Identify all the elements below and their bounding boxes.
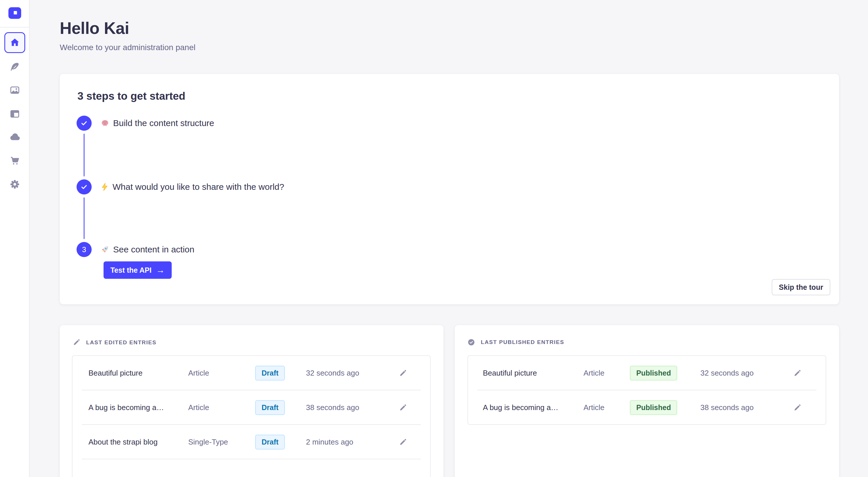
skip-tour-button[interactable]: Skip the tour xyxy=(772,279,830,295)
entry-time: 32 seconds ago xyxy=(701,369,791,378)
last-published-card: LAST PUBLISHED ENTRIES Beautiful picture… xyxy=(455,325,839,477)
home-icon xyxy=(9,37,20,48)
status-badge: Draft xyxy=(255,435,285,449)
last-edited-table: Beautiful picture Article Draft 32 secon… xyxy=(72,355,431,477)
strapi-logo[interactable] xyxy=(8,7,21,19)
entry-time: 2 minutes ago xyxy=(306,438,397,447)
entry-time: 38 seconds ago xyxy=(306,403,397,412)
sidebar-item-settings[interactable] xyxy=(8,178,21,191)
test-api-button[interactable]: Test the API → xyxy=(103,262,172,279)
sidebar-item-cloud[interactable] xyxy=(8,131,21,144)
last-published-table: Beautiful picture Article Published 32 s… xyxy=(467,355,826,425)
step-2-label-row: What would you like to share with the wo… xyxy=(100,179,284,195)
table-row[interactable]: A bug is becoming a… Article Published 3… xyxy=(468,390,826,425)
entry-name: Beautiful picture xyxy=(483,369,584,378)
pencil-icon xyxy=(72,339,80,346)
sidebar-item-marketplace[interactable] xyxy=(8,155,21,167)
step-3-label[interactable]: See content in action xyxy=(113,245,194,254)
edit-entry-button[interactable] xyxy=(791,401,804,414)
last-published-header: LAST PUBLISHED ENTRIES xyxy=(467,339,564,346)
edit-entry-button[interactable] xyxy=(397,436,409,449)
entry-type: Article xyxy=(188,403,255,412)
last-edited-title: LAST EDITED ENTRIES xyxy=(86,339,157,346)
edit-entry-button[interactable] xyxy=(791,367,804,380)
status-badge: Draft xyxy=(255,366,285,380)
step-3-label-row: See content in action xyxy=(100,242,194,257)
rocket-icon xyxy=(100,245,110,254)
status-badge: Draft xyxy=(255,400,285,415)
brain-icon xyxy=(100,118,110,128)
last-edited-card: LAST EDITED ENTRIES Beautiful picture Ar… xyxy=(60,325,443,477)
check-circle-icon xyxy=(467,339,475,346)
pencil-icon xyxy=(399,369,407,377)
table-row[interactable]: Beautiful picture Article Draft 32 secon… xyxy=(72,356,430,390)
status-badge: Published xyxy=(630,400,677,415)
step-1-label[interactable]: Build the content structure xyxy=(113,118,214,128)
table-row[interactable]: About the strapi blog Single-Type Draft … xyxy=(72,425,430,459)
arrow-right-icon: → xyxy=(156,266,165,274)
onboarding-title: 3 steps to get started xyxy=(78,90,185,102)
pencil-icon xyxy=(399,438,407,446)
pencil-icon xyxy=(793,369,801,377)
entry-type: Article xyxy=(584,369,630,378)
cart-icon xyxy=(9,155,20,166)
edit-entry-button[interactable] xyxy=(397,367,409,380)
page-title: Hello Kai xyxy=(60,19,129,38)
entry-type: Article xyxy=(188,369,255,378)
pencil-icon xyxy=(793,404,801,412)
check-icon xyxy=(80,183,88,191)
status-badge: Published xyxy=(630,366,677,380)
table-row[interactable]: Beautiful picture Article Published 32 s… xyxy=(468,356,826,390)
entry-time: 38 seconds ago xyxy=(701,403,791,412)
step-connector-2 xyxy=(84,197,85,239)
sidebar-item-home[interactable] xyxy=(4,32,25,53)
sidebar-divider xyxy=(0,27,30,28)
onboarding-card: 3 steps to get started Build the content… xyxy=(60,74,839,304)
sidebar-item-content-manager[interactable] xyxy=(8,61,21,73)
table-row-clipped xyxy=(72,459,430,477)
edit-entry-button[interactable] xyxy=(397,401,409,414)
table-row[interactable]: A bug is becoming a… Article Draft 38 se… xyxy=(72,390,430,425)
last-published-title: LAST PUBLISHED ENTRIES xyxy=(481,339,564,345)
cloud-icon xyxy=(9,132,20,143)
step-1-check xyxy=(76,115,92,131)
step-connector-1 xyxy=(84,134,85,176)
lightning-icon xyxy=(100,182,109,191)
entry-type: Article xyxy=(584,403,630,412)
sidebar-item-content-type-builder[interactable] xyxy=(8,107,21,120)
strapi-logo-glyph xyxy=(11,9,19,17)
entry-name: Beautiful picture xyxy=(89,369,188,378)
sidebar xyxy=(0,0,30,477)
entry-time: 32 seconds ago xyxy=(306,369,397,378)
pencil-icon xyxy=(399,404,407,412)
entry-name: About the strapi blog xyxy=(89,438,188,447)
check-icon xyxy=(80,119,88,127)
step-2-label[interactable]: What would you like to share with the wo… xyxy=(113,182,284,192)
step-2-check xyxy=(76,179,92,195)
sidebar-item-media-library[interactable] xyxy=(8,84,21,97)
gear-icon xyxy=(9,179,20,190)
layout-icon xyxy=(9,109,20,119)
media-icon xyxy=(9,85,20,95)
step-3-number: 3 xyxy=(76,242,92,257)
feather-icon xyxy=(9,62,20,72)
step-1-label-row: Build the content structure xyxy=(100,115,214,131)
last-edited-header: LAST EDITED ENTRIES xyxy=(72,339,157,346)
entry-type: Single-Type xyxy=(188,438,255,447)
entry-name: A bug is becoming a… xyxy=(89,403,188,412)
test-api-label: Test the API xyxy=(111,266,152,274)
entry-name: A bug is becoming a… xyxy=(483,403,584,412)
page-subtitle: Welcome to your administration panel xyxy=(60,43,195,52)
